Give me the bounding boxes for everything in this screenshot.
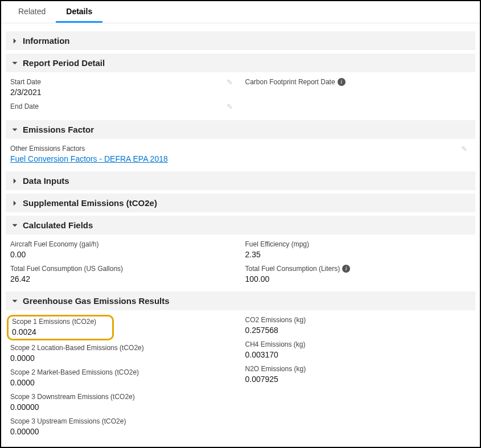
n2o-label: N2O Emissions (kg) [245, 365, 471, 373]
co2-value: 0.257568 [245, 326, 471, 335]
chevron-down-icon [11, 298, 18, 305]
section-ghg-body: Scope 1 Emissions (tCO2e) 0.0024 Scope 2… [6, 310, 475, 441]
section-emissions-factor-body: ✎ Other Emissions Factors Fuel Conversio… [6, 139, 475, 168]
field-scope2-market: Scope 2 Market-Based Emissions (tCO2e) 0… [10, 366, 236, 391]
pencil-icon[interactable]: ✎ [461, 145, 471, 153]
tab-related[interactable]: Related [8, 1, 56, 23]
field-aircraft-fuel-economy: Aircraft Fuel Economy (gal/h) 0.00 [10, 238, 236, 262]
tabs-bar: Related Details [1, 1, 480, 23]
scope3-down-value: 0.00000 [10, 402, 236, 412]
section-ghg-header[interactable]: Greenhouse Gas Emissions Results [6, 291, 475, 310]
field-n2o: N2O Emissions (kg) 0.007925 [245, 363, 471, 387]
info-icon[interactable]: i [342, 265, 350, 273]
scope3-down-label: Scope 3 Downstream Emissions (tCO2e) [10, 393, 236, 401]
aircraft-value: 0.00 [10, 250, 236, 259]
start-date-value: 2/3/2021 [10, 88, 236, 97]
section-supplemental-header[interactable]: Supplemental Emissions (tCO2e) [6, 194, 475, 212]
scope1-label: Scope 1 Emissions (tCO2e) [12, 318, 109, 326]
section-report-period-body: ✎ Start Date 2/3/2021 ✎ End Date Carbon … [6, 72, 475, 117]
section-information-title: Information [23, 36, 70, 46]
pencil-icon[interactable]: ✎ [227, 102, 236, 111]
chevron-down-icon [11, 126, 18, 133]
total-fuel-gal-value: 26.42 [10, 274, 236, 283]
section-calculated-body: Aircraft Fuel Economy (gal/h) 0.00 Total… [6, 235, 475, 288]
chevron-right-icon [11, 178, 18, 184]
chevron-right-icon [11, 200, 18, 207]
fuel-eff-label: Fuel Efficiency (mpg) [245, 240, 471, 248]
pencil-icon[interactable]: ✎ [227, 78, 236, 87]
field-total-fuel-gallons: Total Fuel Consumption (US Gallons) 26.4… [10, 262, 236, 287]
end-date-label: End Date [10, 102, 227, 110]
section-supplemental-title: Supplemental Emissions (tCO2e) [23, 198, 157, 208]
total-fuel-liters-label: Total Fuel Consumption (Liters) i [245, 265, 471, 273]
fuel-eff-value: 2.35 [245, 250, 471, 259]
section-report-period-header[interactable]: Report Period Detail [6, 54, 475, 72]
chevron-right-icon [11, 38, 18, 44]
tab-details[interactable]: Details [56, 1, 102, 23]
section-report-period-title: Report Period Detail [23, 58, 105, 68]
field-fuel-efficiency: Fuel Efficiency (mpg) 2.35 [245, 238, 471, 262]
scope2-mkt-value: 0.0000 [10, 378, 236, 387]
field-carbon-report-date: Carbon Footprint Report Date i [245, 76, 471, 91]
section-emissions-factor-title: Emissions Factor [23, 125, 94, 134]
chevron-down-icon [11, 222, 18, 229]
field-scope3-upstream: Scope 3 Upstream Emissions (tCO2e) 0.000… [10, 415, 236, 439]
section-calculated-title: Calculated Fields [23, 220, 93, 230]
co2-label: CO2 Emissions (kg) [245, 316, 471, 324]
field-scope1: Scope 1 Emissions (tCO2e) 0.0024 [12, 318, 109, 336]
section-calculated-header[interactable]: Calculated Fields [6, 216, 475, 235]
scope3-up-label: Scope 3 Upstream Emissions (tCO2e) [10, 417, 236, 425]
total-fuel-liters-value: 100.00 [245, 274, 471, 283]
section-ghg-title: Greenhouse Gas Emissions Results [23, 296, 170, 306]
field-other-emissions-factors: ✎ Other Emissions Factors Fuel Conversio… [10, 142, 471, 167]
ch4-label: CH4 Emissions (kg) [245, 340, 471, 348]
start-date-label: Start Date [10, 78, 227, 86]
field-co2: CO2 Emissions (kg) 0.257568 [245, 314, 471, 338]
scope2-loc-value: 0.0000 [10, 354, 236, 363]
details-content: Information Report Period Detail ✎ Start… [1, 23, 480, 441]
field-scope3-downstream: Scope 3 Downstream Emissions (tCO2e) 0.0… [10, 391, 236, 415]
field-ch4: CH4 Emissions (kg) 0.003170 [245, 338, 471, 363]
info-icon[interactable]: i [338, 78, 346, 86]
ch4-value: 0.003170 [245, 350, 471, 359]
scope2-loc-label: Scope 2 Location-Based Emissions (tCO2e) [10, 344, 236, 352]
section-emissions-factor-header[interactable]: Emissions Factor [6, 120, 475, 139]
scope1-highlight: Scope 1 Emissions (tCO2e) 0.0024 [7, 315, 114, 340]
section-information-header[interactable]: Information [6, 31, 475, 50]
scope1-value: 0.0024 [12, 327, 109, 336]
total-fuel-gal-label: Total Fuel Consumption (US Gallons) [10, 265, 236, 273]
section-data-inputs-header[interactable]: Data Inputs [6, 171, 475, 190]
other-emissions-factors-label: Other Emissions Factors [10, 145, 461, 153]
aircraft-label: Aircraft Fuel Economy (gal/h) [10, 240, 236, 248]
fuel-conversion-link[interactable]: Fuel Conversion Factors - DEFRA EPA 2018 [10, 154, 168, 163]
field-scope2-location: Scope 2 Location-Based Emissions (tCO2e)… [10, 342, 236, 366]
field-start-date: ✎ Start Date 2/3/2021 [10, 76, 236, 100]
scope3-up-value: 0.00000 [10, 427, 236, 436]
carbon-report-date-label: Carbon Footprint Report Date i [245, 78, 471, 86]
section-data-inputs-title: Data Inputs [23, 176, 69, 186]
n2o-value: 0.007925 [245, 375, 471, 384]
field-end-date: ✎ End Date [10, 100, 236, 116]
chevron-down-icon [11, 60, 18, 67]
scope2-mkt-label: Scope 2 Market-Based Emissions (tCO2e) [10, 368, 236, 376]
field-total-fuel-liters: Total Fuel Consumption (Liters) i 100.00 [245, 262, 471, 287]
